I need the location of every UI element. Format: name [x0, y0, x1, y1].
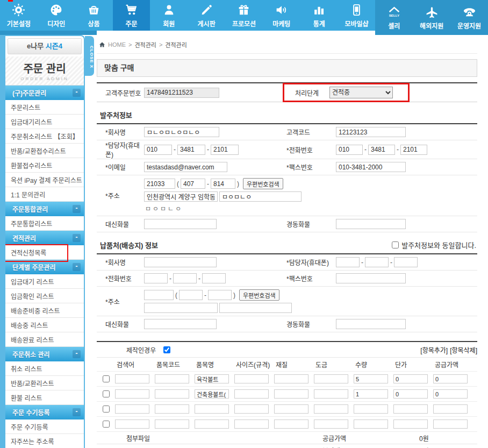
orderer-email-input[interactable]	[144, 162, 227, 172]
nav-item-mobile[interactable]: 모바일샵	[338, 0, 376, 31]
orderer-phone2-input[interactable]	[368, 145, 395, 155]
orderer-phone1-input[interactable]	[336, 145, 363, 155]
sidebar-item[interactable]: 견적신청목록	[5, 245, 84, 260]
shipping-manager-phone2-input[interactable]	[365, 257, 389, 267]
item-cell-input[interactable]	[274, 404, 308, 414]
zip-search-button[interactable]: 우편번호검색	[243, 178, 283, 189]
nav-item-pencil[interactable]: 게시판	[188, 0, 225, 31]
shipping-phone2-input[interactable]	[173, 273, 197, 283]
nav-item-person[interactable]: 회원	[150, 0, 188, 31]
nav-item-selly-home[interactable]: SELLY셀리	[375, 0, 413, 35]
customer-code-input[interactable]	[336, 127, 406, 137]
item-cell-input[interactable]	[393, 374, 428, 383]
shipping-phone1-input[interactable]	[144, 273, 168, 283]
item-cell-input[interactable]	[354, 419, 388, 429]
orderer-company-input[interactable]	[144, 127, 219, 137]
item-cell-input[interactable]	[195, 374, 229, 383]
sidebar-close-tab[interactable]: CLOSE X	[85, 36, 94, 76]
sidebar-section-header[interactable]: 주문 수기등록-	[5, 405, 84, 419]
sidebar-item[interactable]: 반품/교환접수리스트	[5, 144, 84, 158]
zip-search-button[interactable]: 우편번호검색	[239, 289, 279, 301]
item-row-checkbox[interactable]	[103, 390, 110, 397]
nav-item-airplane[interactable]: 해외지원	[413, 0, 450, 35]
shipping-manager-phone1-input[interactable]	[336, 257, 360, 267]
item-cell-input[interactable]	[115, 374, 149, 383]
sidebar-item[interactable]: 입금대기 리스트	[5, 274, 84, 289]
add-item-button[interactable]: [항목추가]	[420, 345, 448, 354]
breadcrumb-item[interactable]: 견적관리	[134, 40, 156, 49]
shipping-zip2-input[interactable]	[179, 290, 203, 300]
orderer-cargo2-input[interactable]	[336, 219, 406, 229]
collapse-button[interactable]: -	[73, 205, 81, 213]
sidebar-item[interactable]: 옥션 iPay 결제 주문리스트	[5, 173, 84, 187]
item-cell-input[interactable]	[274, 389, 308, 399]
item-cell-input[interactable]	[314, 374, 348, 383]
collapse-button[interactable]: -	[73, 89, 81, 97]
collapse-button[interactable]: -	[73, 408, 81, 416]
nav-item-gear[interactable]: 기본설정	[0, 0, 38, 31]
sidebar-section-header[interactable]: (구)주문관리-	[5, 86, 84, 100]
item-cell-input[interactable]	[314, 389, 348, 399]
nav-item-basket[interactable]: 상품	[75, 0, 113, 31]
item-cell-input[interactable]	[354, 389, 388, 399]
sidebar-item[interactable]: 반품/교환리스트	[5, 376, 84, 390]
nav-item-bar-chart[interactable]: 통계	[300, 0, 338, 31]
orderer-cargo1-input[interactable]	[144, 219, 217, 229]
same-as-orderer-checkbox[interactable]	[392, 241, 399, 248]
sidebar-item[interactable]: 배송준비중 리스트	[5, 303, 84, 318]
sidebar-section-header[interactable]: 단계별 주문관리-	[5, 260, 84, 274]
shipping-zip-input[interactable]	[144, 290, 174, 300]
item-cell-input[interactable]	[274, 419, 308, 429]
sidebar-item[interactable]: 환불접수리스트	[5, 158, 84, 173]
shipping-cargo1-input[interactable]	[144, 319, 217, 329]
sidebar-item[interactable]: 1:1 문의관리	[5, 187, 84, 202]
orderer-manager-phone3-input[interactable]	[211, 145, 239, 155]
item-cell-input[interactable]	[155, 374, 189, 383]
shipping-company-input[interactable]	[144, 257, 217, 267]
sidebar-item[interactable]: 취소 리스트	[5, 361, 84, 376]
breadcrumb-item[interactable]: 견적관리	[165, 40, 186, 49]
item-cell-input[interactable]	[234, 374, 269, 383]
orderer-manager-phone2-input[interactable]	[177, 145, 205, 155]
shipping-cargo2-input[interactable]	[336, 319, 406, 329]
sidebar-section-header[interactable]: 견적관리-	[5, 231, 84, 245]
item-cell-input[interactable]	[314, 404, 348, 414]
item-cell-input[interactable]	[115, 419, 149, 429]
orderer-zip-input[interactable]	[144, 179, 175, 189]
shipping-address2-input[interactable]	[219, 303, 292, 313]
shipping-zip3-input[interactable]	[208, 290, 232, 300]
sidebar-item[interactable]: 주문취소리스트 【조회】	[5, 129, 84, 144]
item-cell-input[interactable]	[433, 374, 468, 383]
breadcrumb-home[interactable]: HOME	[108, 41, 126, 48]
item-cell-input[interactable]	[155, 419, 189, 429]
orderer-address1-input[interactable]	[144, 191, 218, 202]
stage-select[interactable]: 견적중	[329, 87, 393, 98]
item-cell-input[interactable]	[195, 404, 229, 414]
sidebar-item[interactable]: 배송완료 리스트	[5, 332, 84, 347]
orderer-zip2-input[interactable]	[181, 179, 205, 189]
sidebar-section-header[interactable]: 주문취소 관리-	[5, 347, 84, 361]
item-cell-input[interactable]	[393, 419, 428, 429]
sidebar-item[interactable]: 주문리스트	[5, 100, 84, 115]
item-row-checkbox[interactable]	[103, 406, 110, 413]
item-cell-input[interactable]	[234, 404, 269, 414]
item-cell-input[interactable]	[354, 374, 388, 383]
item-cell-input[interactable]	[314, 419, 348, 429]
item-cell-input[interactable]	[393, 389, 428, 399]
item-cell-input[interactable]	[433, 419, 468, 429]
item-cell-input[interactable]	[433, 389, 468, 399]
sidebar-item[interactable]: 주문 수기등록	[5, 419, 84, 434]
nav-item-palette[interactable]: 디자인	[38, 0, 75, 31]
shipping-fax-input[interactable]	[336, 273, 406, 283]
collapse-button[interactable]: -	[73, 263, 81, 271]
orderer-phone3-input[interactable]	[400, 145, 427, 155]
item-cell-input[interactable]	[195, 389, 229, 399]
orderer-manager-phone1-input[interactable]	[144, 145, 172, 155]
nav-item-cart[interactable]: 주문	[113, 0, 150, 31]
orderer-fax-input[interactable]	[336, 162, 406, 172]
nav-item-phone[interactable]: 운영지원	[450, 0, 488, 35]
item-cell-input[interactable]	[433, 404, 468, 414]
item-row-checkbox[interactable]	[103, 375, 110, 382]
sidebar-item[interactable]: 주문통합리스트	[5, 216, 84, 231]
sidebar-section-header[interactable]: 주문통합관리-	[5, 202, 84, 216]
